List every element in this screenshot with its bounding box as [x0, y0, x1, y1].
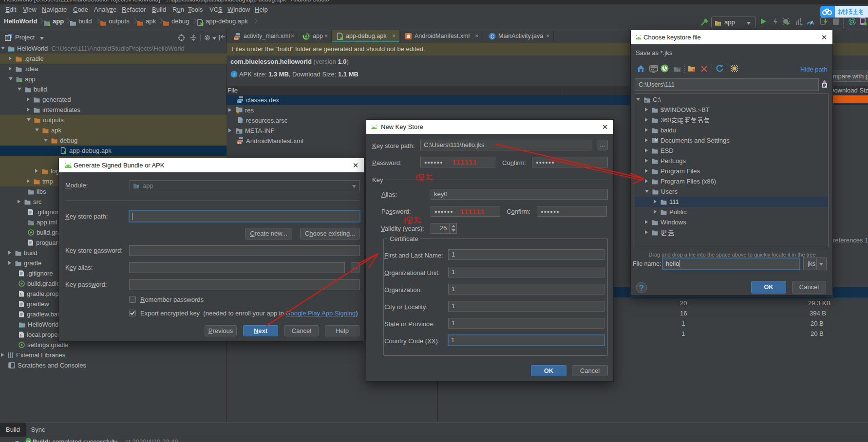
- svg-text:01: 01: [238, 100, 242, 104]
- svg-text:?: ?: [639, 283, 644, 293]
- svg-text:OK: OK: [26, 440, 31, 442]
- svg-text:C: C: [491, 34, 494, 39]
- svg-text:<>: <>: [234, 37, 239, 40]
- svg-text:i: i: [233, 72, 235, 77]
- svg-text:?: ?: [240, 120, 243, 124]
- svg-text:<>: <>: [237, 141, 241, 145]
